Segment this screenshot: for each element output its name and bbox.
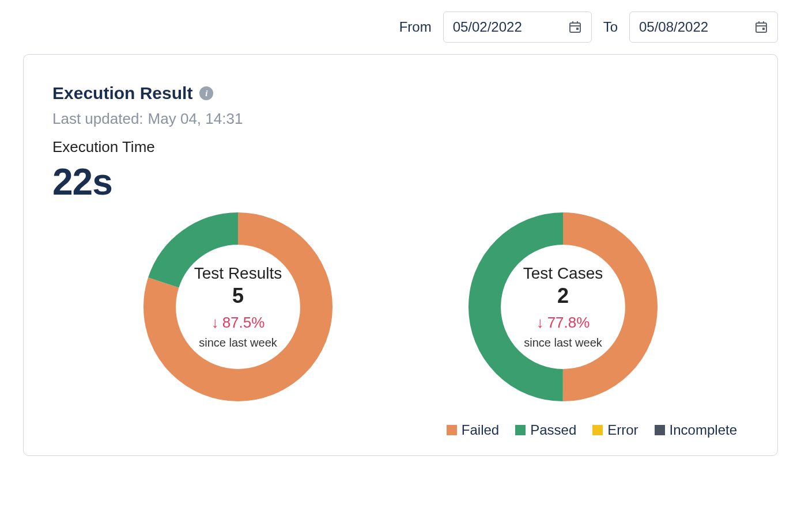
from-date-input[interactable] [453,19,545,35]
donut-title: Test Cases [523,264,603,283]
legend-label: Failed [462,422,499,438]
legend-label: Passed [530,422,576,438]
swatch-incomplete [655,425,665,435]
to-label: To [603,19,618,35]
from-date-input-wrap[interactable] [443,12,592,43]
execution-time-label: Execution Time [52,138,749,156]
info-icon[interactable]: i [199,86,213,100]
arrow-down-icon: ↓ [536,314,544,332]
to-date-input[interactable] [639,19,731,35]
swatch-passed [515,425,526,435]
donut-change-pct: 77.8% [547,314,590,332]
svg-rect-5 [756,23,766,32]
donut-change: ↓ 87.5% [211,314,265,332]
donut-since: since last week [199,336,277,349]
donuts-row: Test Results 5 ↓ 87.5% since last week T… [52,209,749,405]
date-filter: From To [23,12,778,43]
donut-since: since last week [524,336,602,349]
donut-test-results: Test Results 5 ↓ 87.5% since last week [140,209,336,405]
arrow-down-icon: ↓ [211,314,219,332]
legend-incomplete: Incomplete [655,422,737,438]
execution-result-panel: Execution Result i Last updated: May 04,… [23,54,778,456]
donut-test-cases: Test Cases 2 ↓ 77.8% since last week [465,209,661,405]
legend-label: Error [607,422,638,438]
svg-rect-0 [570,23,580,32]
legend-error: Error [592,422,638,438]
legend-failed: Failed [447,422,499,438]
last-updated-value: May 04, 14:31 [148,110,243,128]
last-updated-label: Last updated: [52,110,143,128]
from-label: From [399,19,432,35]
swatch-error [592,425,603,435]
swatch-failed [447,425,457,435]
svg-rect-4 [576,28,579,30]
calendar-icon[interactable] [568,20,582,34]
donut-change: ↓ 77.8% [536,314,590,332]
donut-count: 5 [232,284,244,308]
execution-time-value: 22s [52,161,749,203]
legend-label: Incomplete [670,422,737,438]
to-date-input-wrap[interactable] [629,12,778,43]
donut-count: 2 [557,284,569,308]
legend: Failed Passed Error Incomplete [52,422,749,438]
calendar-icon[interactable] [754,20,768,34]
donut-title: Test Results [194,264,282,283]
donut-change-pct: 87.5% [222,314,265,332]
legend-passed: Passed [515,422,576,438]
svg-rect-9 [762,28,765,30]
panel-title: Execution Result [52,83,192,103]
